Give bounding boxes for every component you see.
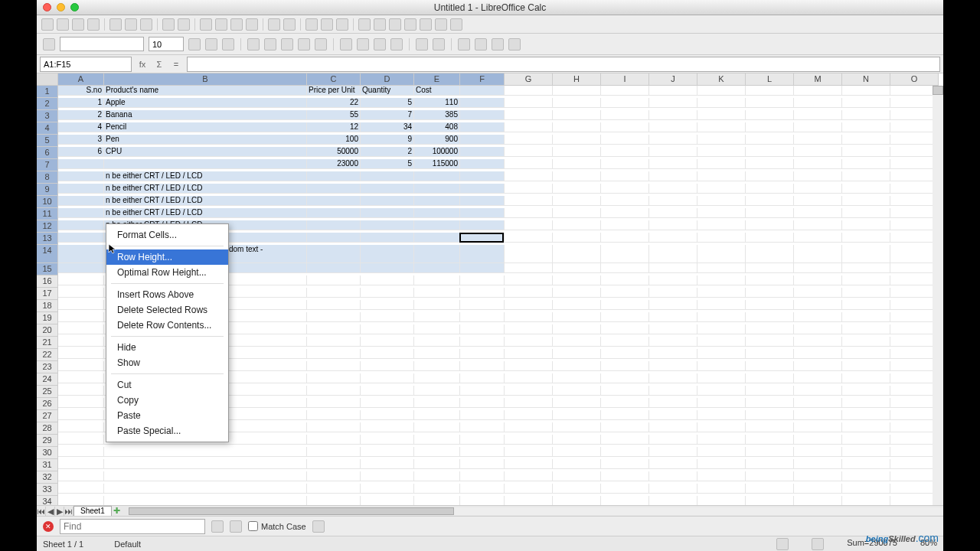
cell[interactable] — [58, 373, 104, 383]
cell[interactable] — [842, 386, 890, 396]
cell[interactable] — [307, 349, 361, 359]
cell[interactable] — [746, 312, 794, 322]
cell[interactable] — [794, 233, 842, 243]
cell[interactable] — [746, 276, 794, 285]
cell[interactable] — [649, 220, 697, 230]
remove-decimal-icon[interactable] — [390, 38, 403, 51]
cell[interactable] — [794, 184, 842, 194]
cell[interactable] — [460, 471, 505, 481]
cell[interactable] — [697, 459, 746, 469]
horizontal-scrollbar[interactable] — [129, 507, 943, 515]
cell[interactable] — [794, 410, 842, 420]
cell[interactable] — [890, 245, 939, 263]
cell[interactable] — [890, 422, 939, 432]
cell[interactable] — [842, 447, 890, 457]
cell[interactable] — [361, 245, 414, 263]
cell[interactable] — [697, 496, 746, 505]
cell[interactable] — [505, 484, 553, 494]
cell[interactable] — [505, 324, 553, 334]
cell[interactable] — [842, 208, 890, 218]
cell[interactable] — [697, 337, 746, 347]
cell[interactable] — [649, 361, 697, 371]
cell[interactable] — [505, 361, 553, 371]
vertical-scrollbar[interactable] — [933, 86, 943, 505]
cell[interactable] — [746, 337, 794, 347]
cell[interactable] — [307, 245, 361, 263]
cell[interactable] — [307, 459, 361, 469]
row-header[interactable]: 27 — [37, 410, 58, 422]
cell[interactable] — [553, 398, 601, 408]
cell[interactable] — [697, 245, 746, 263]
match-case-input[interactable] — [248, 521, 258, 531]
cell[interactable] — [307, 361, 361, 371]
cell[interactable] — [58, 447, 104, 457]
cell[interactable] — [460, 459, 505, 469]
cell[interactable] — [361, 398, 414, 408]
cell[interactable] — [649, 337, 697, 347]
cell[interactable] — [460, 122, 505, 132]
row-header[interactable]: 17 — [37, 288, 58, 300]
find-icon[interactable] — [389, 18, 401, 31]
column-header[interactable]: F — [460, 73, 505, 86]
cell[interactable] — [505, 459, 553, 469]
autofilter-icon[interactable] — [336, 18, 348, 31]
cell[interactable] — [505, 398, 553, 408]
cell[interactable] — [460, 220, 505, 230]
close-findbar-icon[interactable]: ✕ — [43, 521, 54, 532]
hyperlink-icon[interactable] — [374, 18, 386, 31]
cell[interactable] — [505, 110, 553, 120]
cell[interactable] — [746, 386, 794, 396]
redo-icon[interactable] — [283, 18, 296, 31]
cell[interactable] — [890, 484, 939, 494]
menu-insert-rows-above[interactable]: Insert Rows Above — [106, 287, 228, 302]
cell[interactable] — [794, 276, 842, 285]
cell[interactable] — [697, 398, 746, 408]
cell[interactable] — [794, 373, 842, 383]
cell[interactable] — [601, 245, 649, 263]
cell[interactable] — [460, 86, 505, 96]
cell[interactable] — [842, 196, 890, 206]
cell[interactable] — [794, 159, 842, 169]
cell[interactable] — [460, 312, 505, 322]
format-paint-icon[interactable] — [246, 18, 258, 31]
italic-icon[interactable] — [205, 38, 217, 51]
cell[interactable]: 50000 — [307, 147, 361, 157]
cell[interactable] — [697, 196, 746, 206]
row-header[interactable]: 20 — [37, 324, 58, 337]
cell[interactable] — [794, 208, 842, 218]
cell[interactable] — [890, 373, 939, 383]
new-icon[interactable] — [41, 18, 54, 31]
cell[interactable] — [307, 471, 361, 481]
cell[interactable] — [842, 349, 890, 359]
cell[interactable] — [697, 220, 746, 230]
cell[interactable] — [307, 196, 361, 206]
cell[interactable] — [601, 98, 649, 108]
cell[interactable] — [104, 159, 307, 169]
fontcolor-icon[interactable] — [492, 38, 504, 51]
cell[interactable] — [697, 171, 746, 181]
cell[interactable] — [361, 312, 414, 322]
cell[interactable] — [697, 447, 746, 457]
cell[interactable] — [794, 98, 842, 108]
column-header[interactable]: B — [104, 73, 307, 86]
cell[interactable]: 408 — [414, 122, 460, 132]
cell[interactable] — [414, 171, 460, 181]
cell[interactable] — [58, 300, 104, 310]
menu-show[interactable]: Show — [106, 355, 228, 370]
cell[interactable] — [307, 184, 361, 194]
row-header[interactable]: 4 — [37, 122, 58, 135]
cell[interactable] — [414, 312, 460, 322]
match-case-checkbox[interactable]: Match Case — [248, 521, 306, 531]
cell[interactable] — [307, 171, 361, 181]
font-name-combo[interactable] — [60, 37, 144, 51]
row-header[interactable]: 2 — [37, 98, 58, 110]
cell[interactable] — [460, 98, 505, 108]
cell[interactable] — [601, 184, 649, 194]
cell[interactable] — [307, 288, 361, 298]
cell[interactable] — [601, 276, 649, 285]
menu-row-height[interactable]: Row Height... — [106, 249, 228, 265]
cell[interactable] — [460, 208, 505, 218]
autospell-icon[interactable] — [178, 18, 190, 31]
cell[interactable] — [361, 324, 414, 334]
cell[interactable] — [794, 220, 842, 230]
